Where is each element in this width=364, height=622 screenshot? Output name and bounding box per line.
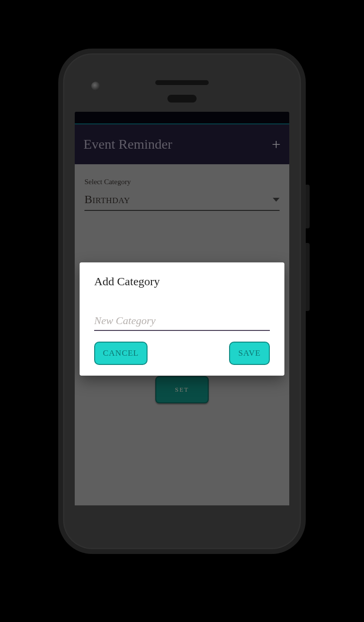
dialog-title: Add Category: [94, 275, 270, 288]
power-button: [306, 185, 310, 228]
save-button[interactable]: SAVE: [229, 342, 270, 365]
speaker-grille: [155, 80, 209, 85]
proximity-sensor: [167, 95, 197, 103]
volume-button: [306, 243, 310, 311]
phone-bezel: Event Reminder + Select Category Birthda…: [63, 53, 301, 549]
front-camera: [91, 82, 100, 90]
dialog-actions: CANCEL SAVE: [94, 342, 270, 365]
cancel-button[interactable]: CANCEL: [94, 342, 148, 365]
add-category-dialog: Add Category CANCEL SAVE: [80, 262, 284, 376]
screen: Event Reminder + Select Category Birthda…: [75, 112, 289, 505]
phone-frame: Event Reminder + Select Category Birthda…: [58, 49, 306, 554]
new-category-input[interactable]: [94, 312, 270, 331]
